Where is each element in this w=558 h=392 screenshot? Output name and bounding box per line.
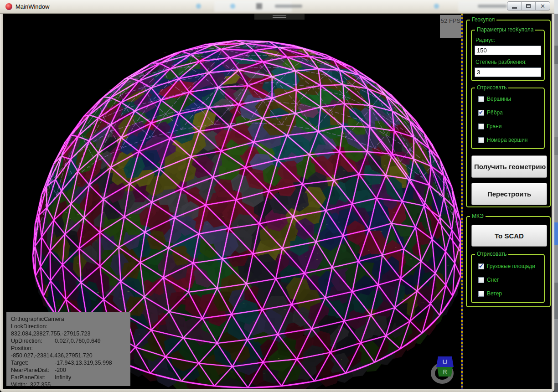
camera-info-row: LookDirection:832.084,23827.755,-27915.7… <box>11 323 130 337</box>
background-tab-title-decor <box>275 5 302 8</box>
to-scad-button[interactable]: To SCAD <box>471 225 547 247</box>
fem-draw-group-title: Отрисовать <box>475 251 508 257</box>
radius-label: Радиус: <box>475 37 495 43</box>
control-panel: Геокупол Параметры геоКупола Радиус: Сте… <box>463 14 552 389</box>
checkbox-icon <box>478 277 484 283</box>
background-favicon-decor <box>196 4 201 9</box>
main-window: MainWindow ✕ 52 FPS OrthographicCamera L… <box>0 0 558 392</box>
camera-type: OrthographicCamera <box>11 315 130 323</box>
checkbox-icon <box>478 291 484 297</box>
view-cube-right-face[interactable]: R <box>437 367 453 377</box>
checkbox-vertices[interactable]: Вершины <box>478 96 511 102</box>
subdivision-label: Степень разбиения: <box>475 59 527 65</box>
camera-info-row: Position:-850.027,-23814.436,27951.720 <box>11 345 130 359</box>
checkbox-edges[interactable]: Рёбра <box>478 109 503 116</box>
camera-info-row: Width:327.355 <box>11 381 130 388</box>
view-orientation-widget[interactable]: U R <box>429 356 460 388</box>
background-scrollbar-strip <box>554 0 558 392</box>
window-border-bottom <box>0 389 554 392</box>
radius-input[interactable] <box>475 46 541 55</box>
checkbox-icon <box>478 110 484 116</box>
fem-group-title: МКЭ <box>470 213 486 219</box>
params-groupbox: Параметры геоКупола Радиус: Степень разб… <box>471 30 545 81</box>
title-bar[interactable]: MainWindow ✕ <box>0 0 554 14</box>
fem-draw-groupbox: Отрисовать Грузовые площади Снег Ветер <box>471 254 545 303</box>
checkbox-load-areas[interactable]: Грузовые площади <box>478 263 535 269</box>
3d-viewport: 52 FPS OrthographicCamera LookDirection:… <box>3 14 461 389</box>
app-icon <box>5 3 12 10</box>
camera-info-row: NearPlaneDist:-200 <box>11 366 130 374</box>
checkbox-snow[interactable]: Снег <box>478 277 499 283</box>
minimize-button[interactable] <box>507 2 522 10</box>
camera-info-row: FarPlaneDist:Infinity <box>11 374 130 381</box>
subdivision-input[interactable] <box>475 67 541 77</box>
camera-info-overlay: OrthographicCamera LookDirection:832.084… <box>6 312 130 386</box>
rebuild-button[interactable]: Перестроить <box>471 183 547 205</box>
fem-groupbox: МКЭ To SCAD Отрисовать Грузовые площади … <box>466 216 551 307</box>
close-button[interactable]: ✕ <box>536 2 550 10</box>
close-icon: ✕ <box>540 3 545 9</box>
background-favicon-decor <box>256 3 262 9</box>
window-title: MainWindow <box>16 3 49 10</box>
camera-info-row: UpDirection:0.027,0.760,0.649 <box>11 337 130 345</box>
draw-groupbox: Отрисовать Вершины Рёбра Грани Номера ве… <box>471 88 545 149</box>
fps-counter: 52 FPS <box>440 15 461 38</box>
checkbox-wind[interactable]: Ветер <box>478 290 502 297</box>
draw-group-title: Отрисовать <box>475 84 508 91</box>
get-geometry-button[interactable]: Получить геометрию <box>471 155 547 178</box>
maximize-icon <box>526 4 531 8</box>
top-expander-handle[interactable] <box>254 14 305 20</box>
grip-icon <box>273 15 286 18</box>
checkbox-vertex-numbers[interactable]: Номера вершин <box>478 137 528 143</box>
checkbox-icon <box>478 96 484 102</box>
checkbox-icon <box>478 124 484 129</box>
geodome-groupbox: Геокупол Параметры геоКупола Радиус: Сте… <box>466 20 551 207</box>
background-favicon-decor <box>434 4 439 9</box>
background-favicon-decor <box>230 4 235 9</box>
maximize-button[interactable] <box>522 2 536 10</box>
camera-info-row: Target:-17.943,13.319,35.998 <box>11 359 130 366</box>
view-cube-up-face[interactable]: U <box>436 356 454 367</box>
checkbox-faces[interactable]: Грани <box>478 123 502 129</box>
background-tab-title-decor <box>478 5 507 8</box>
checkbox-icon <box>478 263 484 269</box>
geodome-group-title: Геокупол <box>470 16 496 23</box>
params-group-title: Параметры геоКупола <box>475 26 535 33</box>
caption-button-group: ✕ <box>507 1 550 10</box>
checkbox-icon <box>478 137 484 143</box>
minimize-icon <box>512 7 517 9</box>
